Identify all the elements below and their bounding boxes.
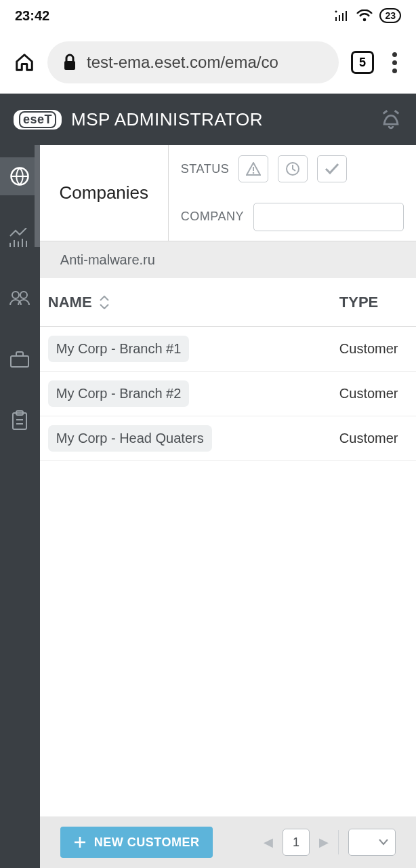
tabs-button[interactable]: 5 <box>351 51 374 74</box>
company-name-pill: My Corp - Branch #2 <box>48 380 190 407</box>
company-type: Customer <box>339 341 408 357</box>
chevron-down-icon <box>379 839 388 846</box>
app-title: MSP ADMINISTRATOR <box>71 109 263 130</box>
bell-icon[interactable] <box>379 108 402 131</box>
browser-chrome: test-ema.eset.com/ema/co 5 <box>0 31 416 94</box>
sidebar-item-users[interactable] <box>0 279 40 317</box>
status-filter-warning[interactable] <box>238 155 268 182</box>
svg-line-7 <box>383 111 388 113</box>
company-type: Customer <box>339 386 408 401</box>
page-next[interactable]: ▶ <box>319 835 329 850</box>
table-row[interactable]: My Corp - Head Quaters Customer <box>40 416 416 461</box>
status-filter-pending[interactable] <box>278 155 308 182</box>
phone-status-bar: 23:42 23 <box>0 0 416 31</box>
column-name[interactable]: NAME <box>48 294 339 311</box>
company-filter-input[interactable] <box>253 203 404 231</box>
brand-logo: eseT <box>14 110 62 130</box>
company-name-pill: My Corp - Branch #1 <box>48 336 190 362</box>
browser-menu-button[interactable] <box>386 52 402 73</box>
address-bar[interactable]: test-ema.eset.com/ema/co <box>47 41 339 83</box>
breadcrumb-text: Anti-malware.ru <box>60 252 155 268</box>
svg-point-5 <box>363 18 367 22</box>
table-body: My Corp - Branch #1 Customer My Corp - B… <box>40 327 416 816</box>
status-label: STATUS <box>181 162 229 176</box>
svg-point-15 <box>12 292 19 298</box>
svg-point-4 <box>335 10 337 12</box>
plus-icon <box>74 836 86 848</box>
home-icon[interactable] <box>14 52 35 73</box>
page-prev[interactable]: ◀ <box>264 835 273 850</box>
battery-indicator: 23 <box>379 8 401 23</box>
table-header: NAME TYPE <box>40 278 416 327</box>
new-customer-label: NEW CUSTOMER <box>94 835 200 850</box>
divider <box>338 830 339 854</box>
svg-rect-17 <box>11 356 28 367</box>
page-number[interactable]: 1 <box>283 829 310 856</box>
page-size-select[interactable] <box>348 829 396 856</box>
sidebar <box>0 145 40 868</box>
sort-icon <box>99 296 110 309</box>
table-row[interactable]: My Corp - Branch #1 Customer <box>40 327 416 372</box>
sidebar-item-briefcase[interactable] <box>0 340 40 378</box>
lock-icon <box>62 54 77 71</box>
svg-rect-6 <box>64 61 75 70</box>
company-type: Customer <box>339 431 408 446</box>
page-title: Companies <box>40 145 169 241</box>
company-name-pill: My Corp - Head Quaters <box>48 425 212 452</box>
column-type[interactable]: TYPE <box>339 294 408 311</box>
new-customer-button[interactable]: NEW CUSTOMER <box>60 827 213 858</box>
wifi-icon <box>356 9 373 22</box>
tab-count: 5 <box>359 56 366 70</box>
footer-bar: NEW CUSTOMER ◀ 1 ▶ <box>40 816 416 868</box>
table-row[interactable]: My Corp - Branch #2 Customer <box>40 372 416 416</box>
url-text: test-ema.eset.com/ema/co <box>87 53 278 72</box>
clock: 23:42 <box>15 8 49 24</box>
breadcrumb[interactable]: Anti-malware.ru <box>40 241 416 278</box>
sidebar-scroll-handle[interactable] <box>35 145 40 247</box>
app-header: eseT MSP ADMINISTRATOR <box>0 94 416 145</box>
status-filter-ok[interactable] <box>317 155 347 182</box>
svg-point-23 <box>253 172 255 174</box>
svg-line-8 <box>395 111 399 113</box>
company-label: COMPANY <box>181 210 244 224</box>
svg-point-16 <box>20 292 27 298</box>
sidebar-item-clipboard[interactable] <box>0 401 40 439</box>
signal-icon <box>335 10 350 21</box>
pagination: ◀ 1 ▶ <box>264 829 396 856</box>
